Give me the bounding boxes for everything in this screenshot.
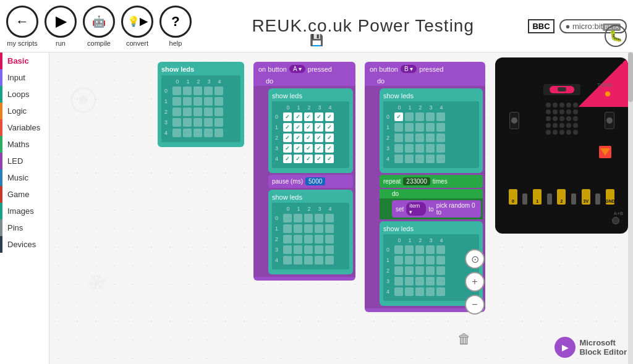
sidebar-item-music[interactable]: Music — [0, 169, 49, 186]
show-leds-4: show leds 01234 0✓ 1 2 3 4 — [380, 88, 483, 173]
run-button[interactable]: ▶ run — [45, 6, 77, 47]
led-grid-3: 01234 0 1 2 3 4 — [272, 203, 349, 269]
zoom-controls: ⊙ + − — [465, 249, 485, 315]
ms-block-editor-badge: ▶ Microsoft Block Editor — [554, 337, 627, 358]
zoom-fit-button[interactable]: ⊙ — [465, 249, 485, 269]
sidebar-item-maths[interactable]: Maths — [0, 136, 49, 153]
compile-button[interactable]: 🤖 compile — [83, 6, 115, 47]
show-leds-1-inner: show leds 01234 0 1 2 3 4 — [158, 62, 244, 147]
repeat-value[interactable]: 233000 — [403, 177, 430, 185]
microbit-connector — [550, 86, 574, 93]
sidebar-item-led[interactable]: LED — [0, 153, 49, 169]
zoom-out-button[interactable]: − — [465, 295, 485, 315]
item-selector[interactable]: item ▾ — [406, 202, 426, 216]
save-button[interactable]: 💾 — [310, 33, 323, 47]
microbit-chip — [599, 146, 611, 158]
run-label: run — [56, 40, 66, 47]
sidebar-item-variables[interactable]: Variables — [0, 119, 49, 136]
button-a-header: on button A ▾ pressed — [253, 62, 355, 76]
page-title: REUK.co.uk Power Testing — [198, 16, 528, 36]
ms-badge-icon: ▶ — [554, 337, 576, 358]
microbit-bottom-dot — [612, 217, 619, 224]
scrollbar-track — [628, 53, 633, 364]
bbc-logo: BBC — [528, 19, 554, 33]
back-label: my scripts — [7, 40, 38, 47]
sidebar-item-game[interactable]: Game — [0, 186, 49, 203]
toolbar: ← my scripts ▶ run 🤖 compile 💡▶ convert … — [0, 0, 633, 53]
button-a-body: show leds 01234 0✓✓✓✓✓ 1✓✓✓✓✓ 2✓✓✓✓✓ 3✓✓… — [253, 86, 355, 277]
compile-label: compile — [87, 40, 111, 47]
pause-label: pause (ms) — [272, 178, 303, 185]
bug-button[interactable]: 🐛 — [605, 25, 627, 47]
ab-label: A+B — [614, 211, 623, 216]
microbit-led-matrix — [546, 103, 578, 135]
microbit-button-b[interactable] — [605, 112, 614, 129]
convert-label: convert — [126, 40, 148, 47]
ms-label1: Microsoft — [579, 338, 627, 347]
play-icon: ▶ — [45, 6, 77, 38]
microbit-preview: 0 1 2 3V GND — [495, 57, 628, 234]
pick-random-label: pick random 0 to — [436, 202, 477, 216]
repeat-suffix: times — [433, 178, 448, 185]
canvas: ⦿ ❄ ⭕ ★ show leds 01234 0 1 2 3 4 — [49, 53, 633, 364]
repeat-label: repeat — [383, 178, 401, 185]
microbit-usb — [543, 84, 580, 95]
show-leds-2-title: show leds — [272, 92, 349, 99]
sidebar-item-images[interactable]: Images — [0, 203, 49, 219]
microbit-status-light — [605, 91, 610, 96]
microbit-pins: 0 1 2 3V GND — [506, 189, 618, 205]
ms-badge-text: Microsoft Block Editor — [579, 338, 627, 357]
sidebar-item-loops[interactable]: Loops — [0, 86, 49, 103]
show-leds-1-title: show leds — [161, 66, 240, 73]
sidebar-item-input[interactable]: Input — [0, 69, 49, 86]
sidebar-item-pins[interactable]: Pins — [0, 219, 49, 236]
question-icon: ? — [159, 6, 192, 38]
sidebar: Basic Input Loops Logic Variables Maths … — [0, 53, 49, 364]
pause-block: pause (ms) 5000 — [268, 175, 353, 188]
show-leds-5-title: show leds — [383, 225, 479, 232]
help-label: help — [169, 40, 182, 47]
pause-value[interactable]: 5000 — [305, 177, 325, 185]
set-block: set item ▾ to pick random 0 to — [392, 200, 481, 218]
sidebar-item-logic[interactable]: Logic — [0, 103, 49, 119]
trash-button[interactable]: 🗑 — [453, 327, 475, 352]
microbit-button-a[interactable] — [509, 112, 519, 129]
back-icon: ← — [6, 6, 38, 38]
back-button[interactable]: ← my scripts — [6, 6, 38, 47]
microbit-connector-inner — [558, 87, 566, 91]
led-grid-1: 01234 0 1 2 3 4 — [161, 75, 240, 142]
convert-button[interactable]: 💡▶ convert — [121, 6, 153, 47]
led-grid-4: 01234 0✓ 1 2 3 4 — [383, 101, 479, 168]
button-a-do: do — [253, 76, 355, 86]
show-leds-2: show leds 01234 0✓✓✓✓✓ 1✓✓✓✓✓ 2✓✓✓✓✓ 3✓✓… — [268, 88, 353, 173]
main-area: Basic Input Loops Logic Variables Maths … — [0, 53, 633, 364]
scrollbar-thumb[interactable] — [628, 53, 633, 102]
button-b-header: on button B ▾ pressed — [365, 62, 485, 76]
robot-icon: 🤖 — [83, 6, 115, 38]
led-grid-2: 01234 0✓✓✓✓✓ 1✓✓✓✓✓ 2✓✓✓✓✓ 3✓✓✓✓✓ 4✓✓✓✓✓ — [272, 101, 349, 168]
repeat-body: set item ▾ to pick random 0 to — [380, 198, 483, 219]
theme-label: THEME — [597, 83, 613, 87]
zoom-in-button[interactable]: + — [465, 272, 485, 292]
ms-label2: Block Editor — [579, 347, 627, 357]
button-a-selector[interactable]: A ▾ — [289, 65, 305, 73]
show-leds-3: show leds 01234 0 1 2 3 4 — [268, 190, 353, 274]
sidebar-item-basic[interactable]: Basic — [0, 53, 49, 69]
show-leds-4-title: show leds — [383, 92, 479, 99]
help-button[interactable]: ? help — [159, 6, 192, 47]
button-a-footer — [253, 277, 355, 281]
sidebar-item-devices[interactable]: Devices — [0, 236, 49, 253]
microbit-body: 0 1 2 3V GND — [506, 78, 618, 214]
repeat-do: do — [380, 189, 483, 198]
convert-icon: 💡▶ — [121, 6, 153, 38]
button-b-do: do — [365, 76, 485, 86]
toolbar-icons-row: 💾 — [310, 33, 323, 47]
button-a-event-block[interactable]: on button A ▾ pressed do show leds 01234… — [253, 62, 355, 281]
button-b-selector[interactable]: B ▾ — [401, 65, 417, 73]
show-leds-block-1[interactable]: show leds 01234 0 1 2 3 4 — [158, 62, 244, 147]
repeat-block: repeat 233000 times — [380, 175, 483, 188]
show-leds-3-title: show leds — [272, 193, 349, 201]
